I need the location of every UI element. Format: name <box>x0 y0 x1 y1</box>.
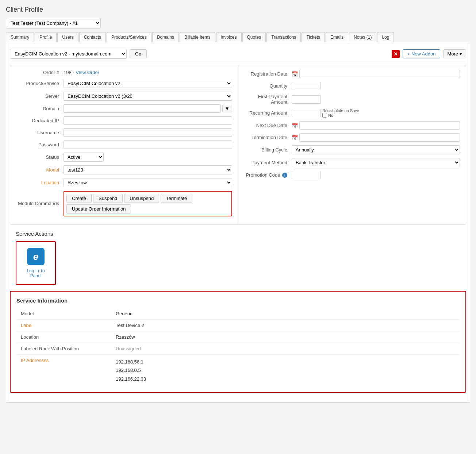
info-label: IP Addresses <box>16 355 111 386</box>
first-payment-label: First Payment Amount <box>244 94 292 105</box>
username-value: mytestd2 <box>64 128 232 137</box>
recurring-amount-input[interactable]: 49.95 <box>292 109 321 117</box>
billing-cycle-value: Annually <box>292 145 460 154</box>
info-value: Test Device 2 <box>111 320 460 331</box>
location-select[interactable]: Rzeszów <box>64 178 232 187</box>
promo-code-row: Promotion Code i None <box>244 171 460 179</box>
content-area: EasyDCIM Colocation v2 - mytestdomain.co… <box>6 42 470 403</box>
form-section: Order # 198 - View Order Product/Service… <box>10 65 466 225</box>
service-bar: EasyDCIM Colocation v2 - mytestdomain.co… <box>10 46 466 62</box>
promo-info-icon[interactable]: i <box>282 173 287 178</box>
dedicated-ip-label: Dedicated IP <box>16 118 64 123</box>
payment-method-value: Bank Transfer <box>292 158 460 167</box>
model-select[interactable]: test123 <box>64 165 232 174</box>
registration-date-input[interactable]: 02/12/2023 <box>299 70 460 78</box>
password-input[interactable]: a8FL5jv79u <box>64 141 232 149</box>
order-number: 198 <box>64 70 72 75</box>
domain-input[interactable]: mytestdomain.com <box>64 104 221 113</box>
tab-invoices[interactable]: Invoices <box>216 32 242 42</box>
info-row: LocationRzeszów <box>16 331 460 343</box>
tab-transactions[interactable]: Transactions <box>266 32 301 42</box>
service-select[interactable]: EasyDCIM Colocation v2 - mytestdomain.co… <box>10 49 127 59</box>
info-label: Labeled Rack With Position <box>16 343 111 355</box>
server-value: EasyDCIM Colocation v2 (3/20 <box>64 92 232 101</box>
password-row: Password a8FL5jv79u <box>16 141 232 149</box>
tab-log[interactable]: Log <box>377 32 394 42</box>
recurring-amount-row: Recurring Amount 49.95 Recalculate on Sa… <box>244 108 460 118</box>
tab-quotes[interactable]: Quotes <box>242 32 266 42</box>
quantity-row: Quantity 1 <box>244 82 460 90</box>
cmd-buttons: CreateSuspendUnsuspendTerminateUpdate Or… <box>64 191 232 216</box>
registration-date-value: 📅 02/12/2023 <box>292 70 460 78</box>
service-info-title: Service Information <box>16 297 460 304</box>
server-row: Server EasyDCIM Colocation v2 (3/20 <box>16 92 232 101</box>
tab-billable-items[interactable]: Billable Items <box>180 32 215 42</box>
info-row: Labeled Rack With PositionUnassigned <box>16 343 460 355</box>
tab-emails[interactable]: Emails <box>326 32 348 42</box>
recalc-checkbox[interactable] <box>322 113 327 118</box>
model-label: Model <box>16 167 64 173</box>
tab-summary[interactable]: Summary <box>6 32 34 42</box>
client-select[interactable]: Test Tester (Test Company) - #1 <box>6 18 101 28</box>
quantity-label: Quantity <box>244 83 292 89</box>
panel-action-label: Log In To Panel <box>22 268 49 278</box>
product-service-select[interactable]: EasyDCIM Colocation v2 <box>64 79 232 88</box>
cmd-create-button[interactable]: Create <box>66 194 92 203</box>
status-select[interactable]: Active <box>64 153 104 162</box>
recurring-amount-label: Recurring Amount <box>244 110 292 116</box>
cmd-terminate-button[interactable]: Terminate <box>161 194 192 203</box>
chevron-down-icon: ▾ <box>460 51 462 57</box>
more-label: More <box>447 51 458 57</box>
delete-icon[interactable]: ✕ <box>392 50 400 58</box>
password-label: Password <box>16 142 64 147</box>
log-in-panel-card[interactable]: e Log In To Panel <box>16 241 56 285</box>
panel-icon-letter: e <box>33 251 38 262</box>
info-value: Rzeszów <box>111 331 460 343</box>
service-actions-title: Service Actions <box>16 231 460 237</box>
more-button[interactable]: More ▾ <box>443 49 466 58</box>
go-button[interactable]: Go <box>130 49 147 58</box>
calendar-icon: 📅 <box>292 71 298 77</box>
quantity-input[interactable]: 1 <box>292 82 321 90</box>
tab-domains[interactable]: Domains <box>152 32 179 42</box>
cmd-suspend-button[interactable]: Suspend <box>93 194 123 203</box>
server-select[interactable]: EasyDCIM Colocation v2 (3/20 <box>64 92 232 101</box>
tab-contacts[interactable]: Contacts <box>79 32 106 42</box>
new-addon-button[interactable]: + New Addon <box>403 49 441 58</box>
service-actions-section: Service Actions e Log In To Panel <box>10 231 466 285</box>
ip-address: 192.168.0.5 <box>116 366 455 374</box>
product-service-row: Product/Service EasyDCIM Colocation v2 <box>16 79 232 88</box>
first-payment-input[interactable]: 0.00 <box>292 95 321 104</box>
domain-label: Domain <box>16 106 64 111</box>
next-due-input[interactable]: 03/12/2024 <box>299 121 460 130</box>
view-order-link[interactable]: View Order <box>76 70 99 75</box>
dedicated-ip-input[interactable]: 192.168.56.1 <box>64 116 232 125</box>
tab-notes--1-[interactable]: Notes (1) <box>349 32 376 42</box>
cmd-unsuspend-button[interactable]: Unsuspend <box>124 194 159 203</box>
tabs-bar: SummaryProfileUsersContactsProducts/Serv… <box>6 32 470 42</box>
domain-row: Domain mytestdomain.com ▼ <box>16 104 232 113</box>
billing-cycle-label: Billing Cycle <box>244 147 292 153</box>
domain-arrow-button[interactable]: ▼ <box>222 105 232 112</box>
username-input[interactable]: mytestd2 <box>64 128 232 137</box>
tab-profile[interactable]: Profile <box>35 32 57 42</box>
promo-code-input[interactable]: None <box>292 171 321 179</box>
model-row: Model test123 <box>16 165 232 174</box>
model-value: test123 <box>64 165 232 174</box>
billing-cycle-select[interactable]: Annually <box>292 145 460 154</box>
tab-users[interactable]: Users <box>57 32 78 42</box>
payment-method-select[interactable]: Bank Transfer <box>292 158 460 167</box>
tab-tickets[interactable]: Tickets <box>302 32 325 42</box>
cmd-update-order-information-button[interactable]: Update Order Information <box>66 204 131 213</box>
dedicated-ip-row: Dedicated IP 192.168.56.1 <box>16 116 232 125</box>
recalc-label: Recalculate on Save No <box>322 108 359 118</box>
location-value: Rzeszów <box>64 178 232 187</box>
recurring-amount-value: 49.95 Recalculate on Save No <box>292 108 460 118</box>
tab-products-services[interactable]: Products/Services <box>107 32 151 42</box>
info-label: Label <box>16 320 111 331</box>
username-label: Username <box>16 130 64 135</box>
order-value: 198 - View Order <box>64 70 232 75</box>
info-value: Generic <box>111 308 460 320</box>
termination-date-input[interactable] <box>299 133 460 142</box>
location-label: Location <box>16 180 64 185</box>
